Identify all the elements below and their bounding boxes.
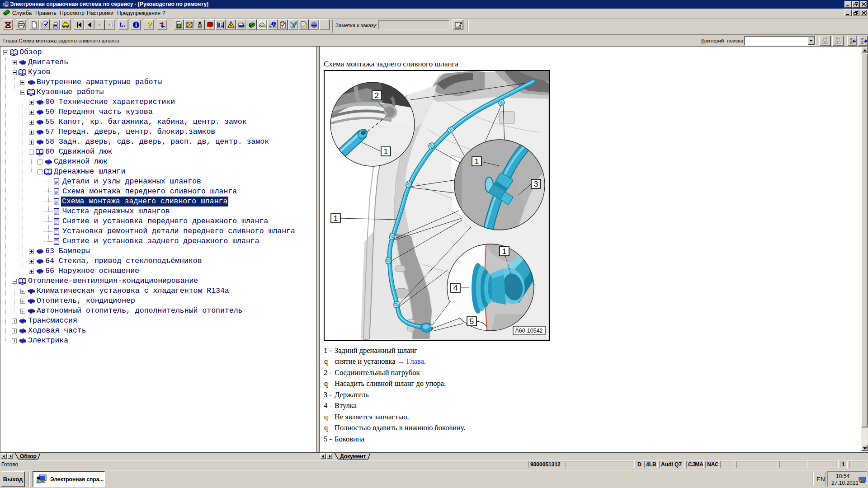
svg-text:A60-10542: A60-10542 — [515, 328, 542, 334]
svg-text:2: 2 — [375, 91, 379, 100]
svg-text:?: ? — [303, 22, 306, 28]
svg-text:3: 3 — [534, 180, 538, 188]
svg-text:1: 1 — [502, 247, 506, 256]
svg-text:1: 1 — [334, 214, 338, 223]
svg-text:1: 1 — [475, 157, 479, 166]
svg-text:1: 1 — [384, 147, 388, 156]
svg-text:4: 4 — [453, 284, 458, 292]
svg-text:5: 5 — [470, 317, 474, 326]
